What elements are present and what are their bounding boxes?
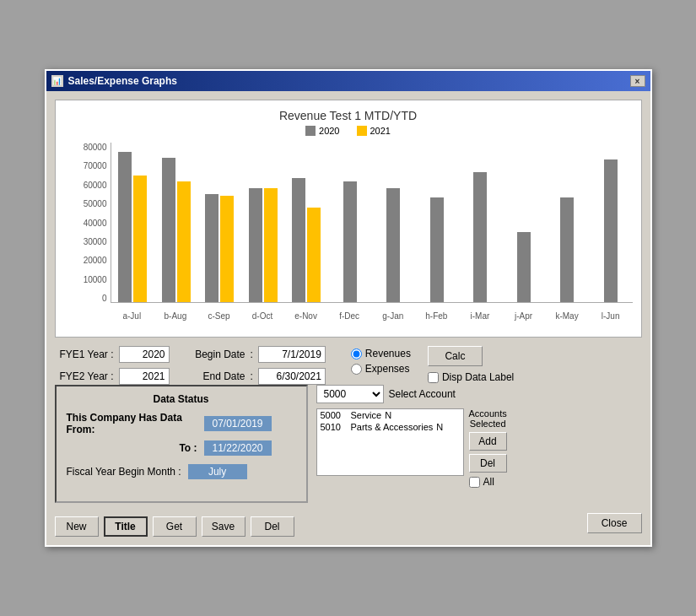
close-bottom-button[interactable]: Close [587, 513, 642, 533]
legend-2021: 2021 [357, 126, 391, 136]
bar-2020 [473, 172, 487, 302]
radio-expenses-label: Expenses [365, 363, 410, 375]
fye1-input[interactable] [119, 346, 170, 363]
x-labels: a-Julb-Augc-Sepd-Octe-Novf-Decg-Janh-Feb… [111, 303, 633, 328]
bar-2020 [560, 197, 574, 302]
account-list-area: 5000Service N5010Parts & Accessories N A… [316, 408, 642, 488]
x-axis-label: i-Mar [458, 311, 502, 321]
bottom-btns: New Title Get Save Del [55, 516, 294, 537]
radio-group: Revenues Expenses [351, 348, 411, 375]
bar-2021 [177, 181, 191, 302]
x-axis-label: l-Jun [589, 311, 633, 321]
close-button[interactable]: × [630, 75, 645, 87]
fye1-row: FYE1 Year : [55, 346, 170, 363]
disp-data-checkbox[interactable] [428, 372, 439, 383]
x-axis-label: f-Dec [327, 311, 371, 321]
data-status-box: Data Status This Company Has Data From: … [55, 385, 308, 503]
radio-revenues-input[interactable] [351, 349, 362, 359]
calc-button[interactable]: Calc [428, 346, 483, 366]
del-button[interactable]: Del [251, 516, 294, 537]
bar-group [198, 194, 242, 302]
bar-group [285, 178, 329, 302]
bar-group [415, 197, 459, 302]
bar-2021 [307, 208, 321, 302]
bar-group [372, 188, 416, 302]
bars-area [111, 143, 633, 303]
all-label: All [483, 476, 494, 488]
title-bar: 📊 Sales/Expense Graphs × [46, 71, 650, 91]
title-bar-left: 📊 Sales/Expense Graphs [51, 75, 177, 87]
x-axis-label: a-Jul [111, 311, 154, 321]
fy-value: July [188, 464, 247, 479]
all-accounts-checkbox[interactable] [469, 477, 480, 488]
disp-label-row: Disp Data Label [428, 371, 514, 383]
bar-2020 [205, 194, 219, 302]
legend-label-2021: 2021 [370, 126, 391, 136]
save-button[interactable]: Save [202, 516, 245, 537]
calc-group: Calc Disp Data Label [428, 346, 514, 383]
account-list-item[interactable]: 5000Service N [317, 409, 463, 421]
bar-2020 [292, 178, 305, 302]
y-axis-label: 20000 [84, 256, 107, 265]
radio-expenses-input[interactable] [351, 364, 362, 375]
new-button[interactable]: New [55, 516, 99, 537]
account-list-item[interactable]: 5010Parts & Accessories N [317, 421, 463, 433]
form-row1: FYE1 Year : FYE2 Year : Begin Date : End… [55, 346, 642, 385]
x-axis-label: d-Oct [240, 311, 284, 321]
bar-group [589, 159, 633, 302]
form-row2: Data Status This Company Has Data From: … [55, 385, 642, 503]
del-account-button[interactable]: Del [469, 454, 507, 473]
bar-2020 [430, 197, 444, 302]
ds-from-row: This Company Has Data From: 07/01/2019 [67, 412, 296, 435]
chart-area: 0100002000030000400005000060000700008000… [64, 143, 633, 328]
legend-color-2020 [305, 126, 316, 136]
chart-title: Revenue Test 1 MTD/YTD [64, 109, 633, 122]
bar-group [502, 232, 546, 302]
end-date-label: End Date [186, 370, 245, 382]
fye2-row: FYE2 Year : [55, 368, 170, 385]
fy-row: Fiscal Year Begin Month : July [67, 464, 296, 479]
bar-group [328, 181, 372, 302]
chart-container: Revenue Test 1 MTD/YTD 2020 2021 0100002… [55, 100, 642, 338]
account-select[interactable]: 5000 [316, 385, 384, 403]
y-axis-label: 50000 [84, 199, 107, 208]
fye1-label: FYE1 Year : [55, 349, 114, 360]
legend-label-2020: 2020 [319, 126, 339, 136]
begin-date-row: Begin Date : [186, 346, 326, 363]
bar-2021 [264, 188, 278, 302]
main-window: 📊 Sales/Expense Graphs × Revenue Test 1 … [45, 69, 652, 547]
legend-2020: 2020 [305, 126, 339, 136]
window-body: Revenue Test 1 MTD/YTD 2020 2021 0100002… [46, 91, 650, 545]
begin-date-label: Begin Date [186, 349, 245, 360]
add-account-button[interactable]: Add [469, 432, 507, 451]
bar-group [546, 197, 590, 302]
radio-revenues-label: Revenues [365, 348, 411, 359]
end-date-row: End Date : [186, 368, 326, 385]
y-axis-label: 70000 [84, 161, 107, 170]
fye2-input[interactable] [119, 368, 170, 385]
ds-to-value: 11/22/2020 [204, 440, 272, 456]
window-title: Sales/Expense Graphs [68, 75, 177, 87]
bar-group [154, 158, 198, 302]
x-axis-label: k-May [545, 311, 589, 321]
legend-color-2021 [357, 126, 367, 136]
title-button[interactable]: Title [104, 516, 148, 537]
ds-to-label: To : [67, 442, 197, 454]
bar-2020 [343, 181, 357, 302]
ds-to-row: To : 11/22/2020 [67, 440, 296, 456]
bar-2021 [220, 196, 234, 302]
account-listbox[interactable]: 5000Service N5010Parts & Accessories N [316, 408, 464, 476]
bar-2020 [604, 159, 618, 302]
bar-group [459, 172, 503, 302]
get-button[interactable]: Get [153, 516, 197, 537]
radio-revenues: Revenues [351, 348, 411, 359]
y-axis-label: 30000 [84, 237, 107, 246]
ds-company-label: This Company Has Data From: [67, 412, 197, 435]
end-date-input[interactable] [258, 368, 326, 385]
bar-2020 [118, 152, 132, 302]
begin-date-input[interactable] [258, 346, 326, 363]
accounts-selected-label: AccountsSelected [469, 408, 507, 429]
bar-2020 [249, 188, 262, 302]
fye-group: FYE1 Year : FYE2 Year : [55, 346, 170, 385]
ds-from-value: 07/01/2019 [204, 416, 272, 431]
